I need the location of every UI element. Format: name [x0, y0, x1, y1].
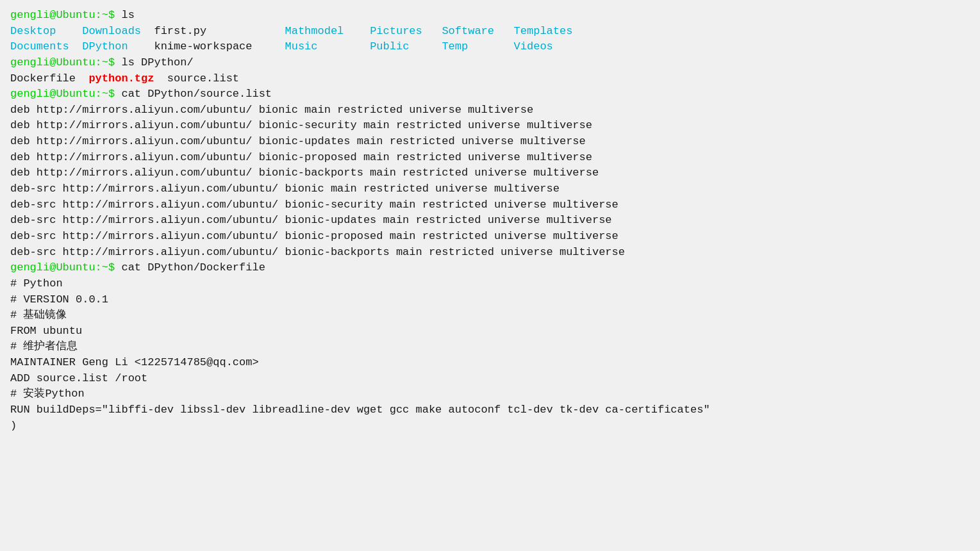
terminal-line: # 安装Python: [10, 386, 970, 402]
terminal-line: deb-src http://mirrors.aliyun.com/ubuntu…: [10, 197, 970, 213]
output-line: deb http://mirrors.aliyun.com/ubuntu/ bi…: [10, 167, 599, 179]
terminal-line: deb http://mirrors.aliyun.com/ubuntu/ bi…: [10, 103, 970, 119]
output-line: ADD source.list /root: [10, 372, 147, 384]
command: ls: [121, 9, 134, 21]
terminal-line: FROM ubuntu: [10, 324, 970, 340]
output-line: deb-src http://mirrors.aliyun.com/ubuntu…: [10, 230, 619, 242]
terminal-line: MAINTAINER Geng Li <1225714785@qq.com>: [10, 355, 970, 371]
command: cat DPython/source.list: [121, 88, 272, 100]
terminal-line: # VERSION 0.0.1: [10, 292, 970, 308]
terminal-line: deb http://mirrors.aliyun.com/ubuntu/ bi…: [10, 118, 970, 134]
terminal-line: gengli@Ubuntu:~$ ls: [10, 8, 970, 24]
output-line: deb-src http://mirrors.aliyun.com/ubuntu…: [10, 246, 625, 258]
terminal-line: gengli@Ubuntu:~$ ls DPython/: [10, 55, 970, 71]
output-line: MAINTAINER Geng Li <1225714785@qq.com>: [10, 356, 259, 368]
output-line: deb-src http://mirrors.aliyun.com/ubuntu…: [10, 199, 619, 211]
output-line: FROM ubuntu: [10, 325, 82, 337]
output-line: deb http://mirrors.aliyun.com/ubuntu/ bi…: [10, 151, 592, 163]
terminal-window: gengli@Ubuntu:~$ lsDesktop Downloads fir…: [6, 5, 974, 436]
terminal-line: RUN buildDeps="libffi-dev libssl-dev lib…: [10, 402, 970, 418]
terminal-line: gengli@Ubuntu:~$ cat DPython/source.list: [10, 86, 970, 103]
output-line: # VERSION 0.0.1: [10, 293, 108, 306]
terminal-line: ): [10, 418, 970, 434]
terminal-line: Dockerfile python.tgz source.list: [10, 71, 970, 87]
output-line: # Python: [10, 277, 63, 290]
output-line: deb http://mirrors.aliyun.com/ubuntu/ bi…: [10, 135, 586, 147]
terminal-line: deb-src http://mirrors.aliyun.com/ubuntu…: [10, 181, 970, 197]
command: cat DPython/Dockerfile: [121, 261, 265, 274]
output-line: deb http://mirrors.aliyun.com/ubuntu/ bi…: [10, 119, 592, 131]
terminal-line: # 基础镜像: [10, 308, 970, 324]
terminal-line: deb http://mirrors.aliyun.com/ubuntu/ bi…: [10, 150, 970, 166]
output-line: # 基础镜像: [10, 309, 67, 321]
terminal-line: Documents DPython knime-workspace Music …: [10, 39, 970, 55]
output-line: deb-src http://mirrors.aliyun.com/ubuntu…: [10, 183, 560, 195]
output-line: RUN buildDeps="libffi-dev libssl-dev lib…: [10, 404, 710, 416]
prompt: gengli@Ubuntu:~$: [10, 56, 121, 69]
terminal-line: deb http://mirrors.aliyun.com/ubuntu/ bi…: [10, 134, 970, 150]
prompt: gengli@Ubuntu:~$: [10, 88, 121, 100]
output-line: # 安装Python: [10, 388, 85, 400]
terminal-line: ADD source.list /root: [10, 371, 970, 387]
prompt: gengli@Ubuntu:~$: [10, 261, 121, 274]
terminal-content: gengli@Ubuntu:~$ lsDesktop Downloads fir…: [10, 8, 970, 434]
command: ls DPython/: [121, 56, 193, 69]
terminal-line: gengli@Ubuntu:~$ cat DPython/Dockerfile: [10, 260, 970, 276]
prompt: gengli@Ubuntu:~$: [10, 9, 121, 21]
terminal-line: # Python: [10, 276, 970, 292]
terminal-line: deb-src http://mirrors.aliyun.com/ubuntu…: [10, 213, 970, 229]
terminal-line: deb http://mirrors.aliyun.com/ubuntu/ bi…: [10, 165, 970, 181]
terminal-line: deb-src http://mirrors.aliyun.com/ubuntu…: [10, 229, 970, 245]
terminal-line: # 维护者信息: [10, 339, 970, 355]
terminal-line: deb-src http://mirrors.aliyun.com/ubuntu…: [10, 245, 970, 261]
output-line: deb http://mirrors.aliyun.com/ubuntu/ bi…: [10, 104, 533, 116]
terminal-line: Desktop Downloads first.py Mathmodel Pic…: [10, 24, 970, 40]
output-line: deb-src http://mirrors.aliyun.com/ubuntu…: [10, 214, 612, 226]
output-line: # 维护者信息: [10, 340, 78, 352]
